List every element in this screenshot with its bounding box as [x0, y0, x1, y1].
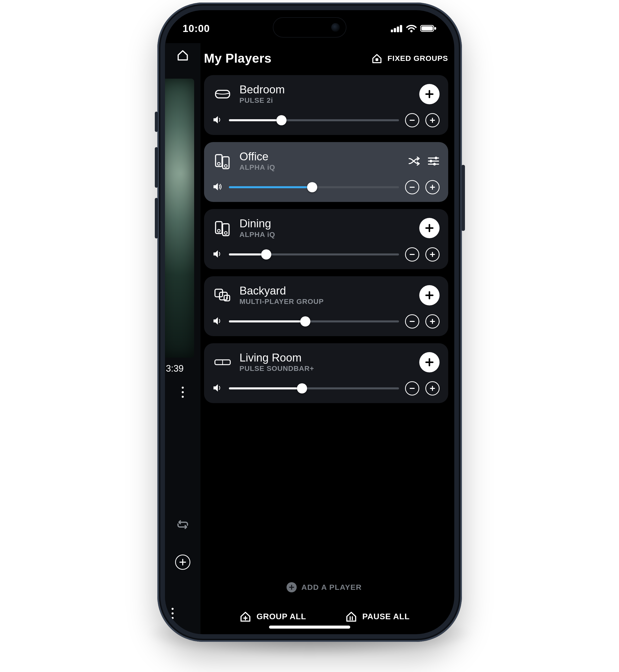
volume-up-button[interactable]: [425, 180, 439, 194]
power-button-hw[interactable]: [461, 165, 465, 231]
minus-icon: [409, 385, 415, 392]
svg-rect-21: [222, 224, 229, 236]
svg-point-18: [430, 160, 432, 162]
header: My Players FIXED GROUPS: [201, 43, 448, 74]
more-icon[interactable]: [171, 608, 174, 619]
pause-all-icon: [345, 610, 358, 623]
svg-point-22: [217, 230, 220, 232]
plus-icon: [425, 223, 434, 233]
player-card[interactable]: Living RoomPULSE SOUNDBAR+: [204, 343, 448, 403]
phone-frame: 10:00: [157, 3, 462, 642]
player-card[interactable]: DiningALPHA iQ: [204, 209, 448, 269]
add-to-group-button[interactable]: [419, 84, 439, 104]
player-name: Living Room: [239, 352, 412, 364]
volume-down-button[interactable]: [405, 314, 419, 328]
add-player-button[interactable]: ADD A PLAYER: [201, 576, 448, 599]
svg-rect-10: [215, 155, 222, 167]
home-indicator[interactable]: [269, 625, 350, 628]
player-name: Bedroom: [239, 84, 412, 95]
volume-up-button[interactable]: [425, 247, 439, 262]
volume-up-hw[interactable]: [155, 147, 158, 188]
minus-icon: [409, 184, 415, 191]
minus-icon: [409, 117, 415, 124]
svg-point-23: [224, 232, 227, 234]
sliders-icon[interactable]: [427, 156, 439, 166]
plus-icon: [425, 89, 434, 99]
player-card[interactable]: BedroomPULSE 2i: [204, 75, 448, 135]
volume-down-hw[interactable]: [155, 198, 158, 238]
plus-icon: [429, 318, 436, 325]
player-name: Office: [239, 151, 401, 162]
rail-add-button[interactable]: [175, 554, 190, 570]
speaker-icon[interactable]: [213, 115, 223, 125]
group-all-button[interactable]: GROUP ALL: [239, 610, 306, 623]
player-name: Backyard: [239, 285, 412, 297]
plus-icon: [179, 558, 187, 566]
volume-slider[interactable]: [229, 316, 399, 326]
minus-icon: [409, 318, 415, 325]
player-name: Dining: [239, 218, 412, 229]
footer: GROUP ALL PAUSE ALL: [201, 599, 448, 634]
svg-rect-20: [215, 222, 222, 234]
volume-up-button[interactable]: [425, 381, 439, 395]
home-icon[interactable]: [176, 48, 190, 62]
now-playing-rail[interactable]: 3:39: [165, 43, 201, 634]
volume-up-button[interactable]: [425, 113, 439, 127]
player-model: PULSE 2i: [239, 96, 412, 104]
repeat-icon[interactable]: [176, 518, 190, 532]
group-all-icon: [239, 610, 252, 623]
pause-all-button[interactable]: PAUSE ALL: [345, 610, 410, 623]
plus-icon: [429, 117, 436, 124]
volume-slider[interactable]: [229, 115, 399, 125]
volume-slider[interactable]: [229, 383, 399, 393]
volume-slider[interactable]: [229, 182, 399, 192]
elapsed-time: 3:39: [165, 363, 184, 374]
svg-rect-11: [222, 157, 229, 169]
more-icon[interactable]: [182, 387, 184, 398]
shuffle-icon[interactable]: [408, 156, 421, 166]
player-type-icon: [213, 285, 232, 305]
player-type-icon: [213, 218, 232, 238]
svg-point-17: [435, 157, 437, 159]
fixed-groups-button[interactable]: FIXED GROUPS: [371, 52, 448, 64]
player-type-icon: [213, 151, 232, 171]
svg-point-27: [226, 297, 228, 299]
player-model: ALPHA iQ: [239, 163, 401, 171]
volume-down-button[interactable]: [405, 247, 419, 262]
player-card[interactable]: OfficeALPHA iQ: [204, 142, 448, 202]
add-player-label: ADD A PLAYER: [301, 583, 362, 592]
fixed-groups-icon: [371, 52, 383, 64]
page-title: My Players: [204, 51, 272, 66]
player-list: BedroomPULSE 2iOfficeALPHA iQDiningALPHA…: [201, 74, 448, 576]
svg-rect-25: [219, 292, 227, 300]
speaker-icon[interactable]: [213, 249, 223, 259]
silent-switch[interactable]: [155, 111, 158, 132]
volume-slider[interactable]: [229, 249, 399, 259]
volume-down-button[interactable]: [405, 180, 419, 194]
volume-down-button[interactable]: [405, 113, 419, 127]
plus-circle-icon: [286, 582, 297, 592]
add-to-group-button[interactable]: [419, 352, 439, 372]
player-type-icon: [213, 84, 232, 104]
svg-point-19: [433, 163, 436, 165]
group-all-label: GROUP ALL: [257, 612, 306, 621]
plus-icon: [425, 291, 434, 300]
plus-icon: [425, 358, 434, 367]
speaker-icon[interactable]: [213, 383, 223, 393]
player-model: MULTI-PLAYER GROUP: [239, 298, 412, 306]
svg-point-13: [224, 165, 227, 167]
svg-rect-8: [375, 58, 378, 61]
add-to-group-button[interactable]: [419, 285, 439, 305]
speaker-icon[interactable]: [213, 182, 223, 192]
album-art[interactable]: [165, 79, 194, 358]
svg-rect-24: [215, 289, 222, 297]
volume-up-button[interactable]: [425, 314, 439, 328]
speaker-icon[interactable]: [213, 316, 223, 326]
player-model: ALPHA iQ: [239, 231, 412, 239]
plus-icon: [429, 184, 436, 191]
player-card[interactable]: BackyardMULTI-PLAYER GROUP: [204, 276, 448, 336]
add-to-group-button[interactable]: [419, 218, 439, 238]
volume-down-button[interactable]: [405, 381, 419, 395]
player-type-icon: [213, 352, 232, 372]
fixed-groups-label: FIXED GROUPS: [388, 54, 448, 63]
